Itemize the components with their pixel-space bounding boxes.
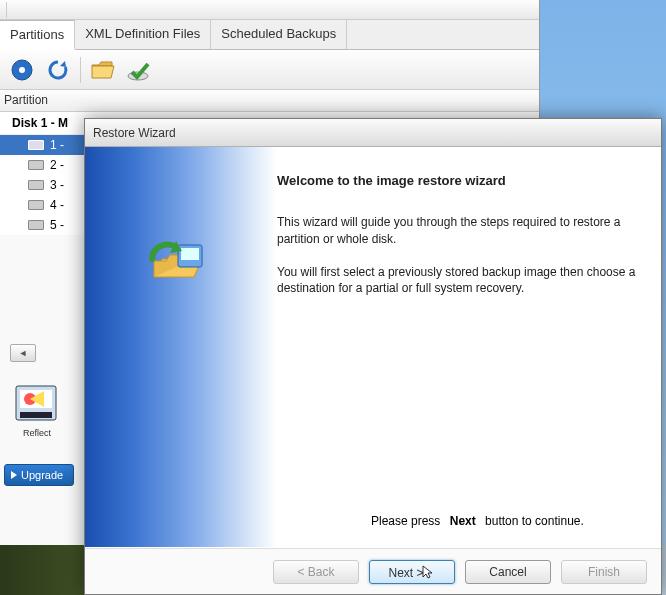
svg-point-1 xyxy=(19,67,25,73)
toolbar xyxy=(0,50,539,90)
press-bold: Next xyxy=(450,514,476,528)
dialog-body: Welcome to the image restore wizard This… xyxy=(85,147,661,547)
toolbar-separator xyxy=(80,57,81,83)
press-next-hint: Please press Next button to continue. xyxy=(371,514,584,528)
partition-column-header[interactable]: Partition xyxy=(0,90,539,112)
partition-label: 2 - xyxy=(50,158,64,172)
dialog-titlebar[interactable]: Restore Wizard xyxy=(85,119,661,147)
tab-bar: Partitions XML Definition Files Schedule… xyxy=(0,20,539,50)
reflect-label: Reflect xyxy=(14,428,60,438)
dialog-heading: Welcome to the image restore wizard xyxy=(277,173,641,188)
verify-disk-icon[interactable] xyxy=(125,56,153,84)
partition-label: 3 - xyxy=(50,178,64,192)
dialog-title: Restore Wizard xyxy=(93,126,176,140)
dialog-content: Welcome to the image restore wizard This… xyxy=(277,147,661,547)
restore-wizard-dialog: Restore Wizard Welcome to the image rest… xyxy=(84,118,662,595)
cancel-button[interactable]: Cancel xyxy=(465,560,551,584)
tab-scheduled-backups[interactable]: Scheduled Backups xyxy=(211,20,347,49)
partition-disk-icon xyxy=(28,140,44,150)
upgrade-button[interactable]: Upgrade xyxy=(4,464,74,486)
dialog-sidebar xyxy=(85,147,277,547)
partition-disk-icon xyxy=(28,160,44,170)
cursor-icon xyxy=(422,565,434,582)
dialog-footer: < Back Next > Cancel Finish xyxy=(85,548,661,594)
play-icon xyxy=(11,471,17,479)
svg-rect-6 xyxy=(20,412,52,418)
tab-partitions[interactable]: Partitions xyxy=(0,20,75,50)
partition-label: 5 - xyxy=(50,218,64,232)
partition-disk-icon xyxy=(28,180,44,190)
svg-rect-8 xyxy=(181,248,199,260)
menu-separator xyxy=(6,2,7,18)
next-button[interactable]: Next > xyxy=(369,560,455,584)
upgrade-label: Upgrade xyxy=(21,469,63,481)
press-suffix: button to continue. xyxy=(485,514,584,528)
press-prefix: Please press xyxy=(371,514,440,528)
folder-open-icon[interactable] xyxy=(89,56,117,84)
tab-xml-definition-files[interactable]: XML Definition Files xyxy=(75,20,211,49)
refresh-icon[interactable] xyxy=(44,56,72,84)
scroll-left-button[interactable]: ◄ xyxy=(10,344,36,362)
disk-icon[interactable] xyxy=(8,56,36,84)
partition-disk-icon xyxy=(28,220,44,230)
partition-disk-icon xyxy=(28,200,44,210)
restore-wizard-icon xyxy=(146,235,216,305)
finish-button: Finish xyxy=(561,560,647,584)
back-button: < Back xyxy=(273,560,359,584)
dialog-paragraph: This wizard will guide you through the s… xyxy=(277,214,641,248)
reflect-product-icon[interactable]: Reflect xyxy=(14,384,60,424)
partition-label: 4 - xyxy=(50,198,64,212)
partition-label: 1 - xyxy=(50,138,64,152)
dialog-paragraph: You will first select a previously store… xyxy=(277,264,641,298)
top-menu-bar xyxy=(0,0,539,20)
next-button-label: Next > xyxy=(388,566,423,580)
